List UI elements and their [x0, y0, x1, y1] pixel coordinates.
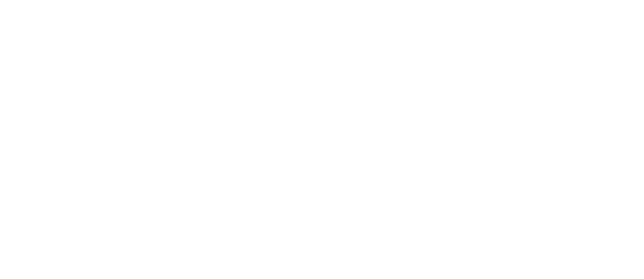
diagram-container	[0, 0, 644, 279]
arrows-svg	[0, 0, 644, 279]
